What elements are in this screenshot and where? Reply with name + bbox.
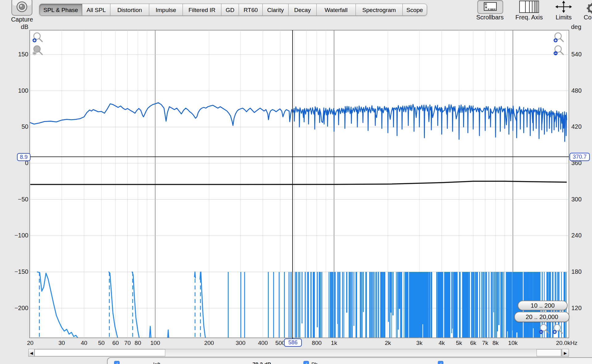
capture-button[interactable] — [11, 0, 32, 16]
cursor-spl-readout: 8.9 — [17, 153, 31, 161]
limits-icon — [554, 1, 573, 13]
toolbar: Capture SPL & PhaseAll SPLDistortionImpu… — [0, 0, 592, 30]
cursor-freq-readout: 586 — [284, 338, 302, 347]
graph-scrollbar: ◀ ▶ — [28, 349, 569, 357]
legend-spl-value: 79.2 dB — [253, 362, 271, 364]
legend-checkbox[interactable]: ✓ — [438, 361, 443, 364]
cursor-phase-readout: 370.7 — [569, 153, 590, 161]
tab-impulse[interactable]: Impulse — [149, 4, 183, 16]
tab-all-spl[interactable]: All SPL — [82, 4, 110, 16]
limits-button[interactable] — [554, 1, 573, 13]
scrollbars-icon — [478, 1, 503, 13]
zoom-out-icon[interactable] — [539, 324, 550, 337]
freq-axis-label: Freq. Axis — [513, 14, 545, 21]
scrollbar-left-arrow[interactable]: ◀ — [28, 349, 35, 357]
tab-spl-phase[interactable]: SPL & Phase — [39, 4, 82, 16]
scrollbar-thumb[interactable] — [35, 349, 165, 356]
scrollbars-button[interactable] — [477, 0, 503, 14]
range-20-20000-button[interactable]: 20 .. 20,000 — [514, 312, 569, 322]
scrollbar-thumb-right[interactable] — [536, 349, 561, 356]
legend-measurement-label: left — [153, 362, 160, 364]
legend-panel: ✓ left 79.2 dB ✓ Ph ✓ — [107, 357, 592, 364]
graph-canvas[interactable] — [0, 0, 592, 364]
tab-distortion[interactable]: Distortion — [110, 4, 149, 16]
legend-phase-label: Ph — [311, 362, 318, 364]
tab-scope[interactable]: Scope — [402, 4, 427, 16]
freq-axis-button[interactable] — [519, 1, 539, 13]
tab-rt60[interactable]: RT60 — [239, 4, 263, 16]
legend-checkbox[interactable]: ✓ — [114, 361, 120, 364]
graph-tab-bar: SPL & PhaseAll SPLDistortionImpulseFilte… — [39, 4, 427, 16]
controls-button[interactable] — [585, 2, 592, 15]
scrollbar-right-arrow[interactable]: ▶ — [562, 349, 569, 357]
tab-decay[interactable]: Decay — [288, 4, 317, 16]
rew-window: Capture SPL & PhaseAll SPLDistortionImpu… — [0, 0, 592, 364]
scrollbars-label: Scrollbars — [474, 14, 506, 21]
tab-waterfall[interactable]: Waterfall — [316, 4, 356, 16]
freq-axis-icon — [519, 1, 539, 13]
controls-label: Co — [584, 14, 592, 21]
capture-camera-icon — [11, 0, 32, 16]
zoom-in-icon[interactable] — [552, 324, 564, 337]
tab-clarity[interactable]: Clarity — [262, 4, 289, 16]
tab-filtered-ir[interactable]: Filtered IR — [183, 4, 221, 16]
range-10-200-button[interactable]: 10 .. 200 — [518, 301, 568, 310]
zoom-out-icon[interactable] — [553, 45, 565, 58]
zoom-in-icon[interactable] — [553, 32, 565, 45]
zoom-out-icon[interactable] — [32, 45, 44, 58]
limits-label: Limits — [551, 14, 576, 21]
capture-label: Capture — [4, 16, 40, 23]
tab-gd[interactable]: GD — [221, 4, 239, 16]
legend-checkbox[interactable]: ✓ — [303, 361, 309, 364]
zoom-in-icon[interactable] — [32, 32, 44, 45]
tab-spectrogram[interactable]: Spectrogram — [356, 4, 403, 16]
gear-icon — [585, 2, 592, 15]
